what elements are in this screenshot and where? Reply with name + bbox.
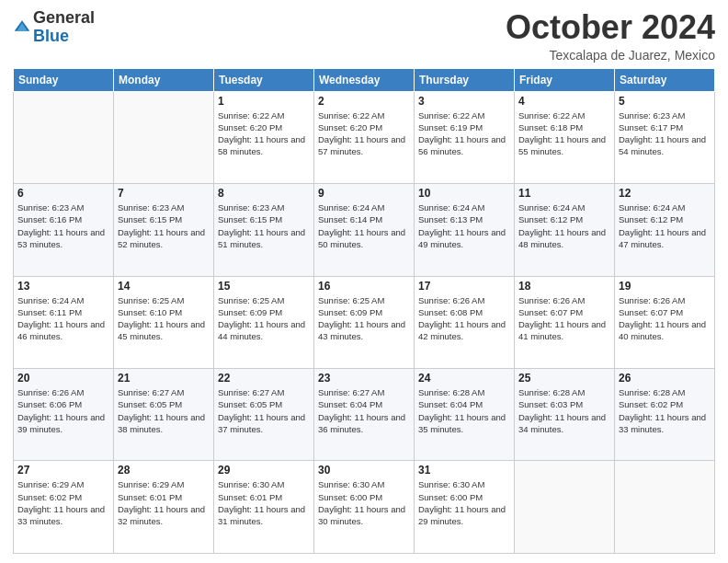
day-info: Sunrise: 6:23 AMSunset: 6:17 PMDaylight:… — [619, 109, 711, 158]
day-number: 22 — [218, 372, 310, 385]
calendar-header-row: SundayMondayTuesdayWednesdayThursdayFrid… — [14, 68, 715, 91]
calendar-cell: 4Sunrise: 6:22 AMSunset: 6:18 PMDaylight… — [515, 91, 615, 183]
weekday-header: Friday — [515, 68, 615, 91]
weekday-header: Monday — [114, 68, 214, 91]
day-number: 17 — [418, 280, 510, 293]
day-info: Sunrise: 6:22 AMSunset: 6:20 PMDaylight:… — [218, 109, 310, 158]
day-info: Sunrise: 6:22 AMSunset: 6:19 PMDaylight:… — [418, 109, 510, 158]
calendar-week-row: 1Sunrise: 6:22 AMSunset: 6:20 PMDaylight… — [14, 91, 715, 183]
calendar-cell: 15Sunrise: 6:25 AMSunset: 6:09 PMDayligh… — [214, 276, 314, 368]
day-info: Sunrise: 6:23 AMSunset: 6:15 PMDaylight:… — [218, 201, 310, 250]
day-number: 20 — [17, 372, 109, 385]
calendar-cell: 12Sunrise: 6:24 AMSunset: 6:12 PMDayligh… — [615, 184, 715, 276]
day-number: 25 — [518, 372, 610, 385]
calendar-cell: 22Sunrise: 6:27 AMSunset: 6:05 PMDayligh… — [214, 369, 314, 461]
day-info: Sunrise: 6:24 AMSunset: 6:11 PMDaylight:… — [17, 294, 109, 343]
calendar-cell — [114, 91, 214, 183]
calendar-cell: 28Sunrise: 6:29 AMSunset: 6:01 PMDayligh… — [114, 461, 214, 554]
location: Texcalapa de Juarez, Mexico — [506, 48, 715, 63]
calendar-cell: 2Sunrise: 6:22 AMSunset: 6:20 PMDaylight… — [314, 91, 415, 183]
calendar-cell: 7Sunrise: 6:23 AMSunset: 6:15 PMDaylight… — [114, 184, 214, 276]
day-number: 21 — [118, 372, 210, 385]
calendar-cell: 29Sunrise: 6:30 AMSunset: 6:01 PMDayligh… — [214, 461, 314, 554]
logo-blue: Blue — [33, 27, 69, 45]
calendar-cell: 24Sunrise: 6:28 AMSunset: 6:04 PMDayligh… — [415, 369, 515, 461]
day-info: Sunrise: 6:22 AMSunset: 6:18 PMDaylight:… — [518, 109, 610, 158]
day-info: Sunrise: 6:26 AMSunset: 6:06 PMDaylight:… — [17, 386, 109, 435]
day-info: Sunrise: 6:23 AMSunset: 6:15 PMDaylight:… — [118, 201, 210, 250]
day-info: Sunrise: 6:26 AMSunset: 6:07 PMDaylight:… — [518, 294, 610, 343]
page: General Blue October 2024 Texcalapa de J… — [0, 0, 728, 563]
calendar-cell: 30Sunrise: 6:30 AMSunset: 6:00 PMDayligh… — [314, 461, 415, 554]
day-number: 19 — [619, 280, 711, 293]
day-info: Sunrise: 6:27 AMSunset: 6:05 PMDaylight:… — [118, 386, 210, 435]
calendar-cell: 6Sunrise: 6:23 AMSunset: 6:16 PMDaylight… — [14, 184, 114, 276]
day-info: Sunrise: 6:23 AMSunset: 6:16 PMDaylight:… — [17, 201, 109, 250]
day-info: Sunrise: 6:27 AMSunset: 6:04 PMDaylight:… — [318, 386, 410, 435]
calendar-cell: 3Sunrise: 6:22 AMSunset: 6:19 PMDaylight… — [415, 91, 515, 183]
day-info: Sunrise: 6:24 AMSunset: 6:14 PMDaylight:… — [318, 201, 410, 250]
day-number: 23 — [318, 372, 410, 385]
day-number: 18 — [518, 280, 610, 293]
logo-text: General Blue — [33, 9, 95, 46]
day-info: Sunrise: 6:30 AMSunset: 6:00 PMDaylight:… — [418, 478, 510, 527]
month-title: October 2024 — [506, 9, 715, 46]
day-number: 29 — [218, 464, 310, 477]
day-number: 9 — [318, 187, 410, 200]
calendar-cell: 26Sunrise: 6:28 AMSunset: 6:02 PMDayligh… — [615, 369, 715, 461]
weekday-header: Wednesday — [314, 68, 415, 91]
calendar-cell: 21Sunrise: 6:27 AMSunset: 6:05 PMDayligh… — [114, 369, 214, 461]
calendar-cell: 9Sunrise: 6:24 AMSunset: 6:14 PMDaylight… — [314, 184, 415, 276]
calendar-week-row: 6Sunrise: 6:23 AMSunset: 6:16 PMDaylight… — [14, 184, 715, 276]
weekday-header: Sunday — [14, 68, 114, 91]
day-number: 13 — [17, 280, 109, 293]
day-number: 11 — [518, 187, 610, 200]
calendar-table: SundayMondayTuesdayWednesdayThursdayFrid… — [13, 68, 715, 554]
calendar-cell: 13Sunrise: 6:24 AMSunset: 6:11 PMDayligh… — [14, 276, 114, 368]
logo: General Blue — [13, 9, 95, 46]
day-number: 31 — [418, 464, 510, 477]
day-number: 6 — [17, 187, 109, 200]
day-number: 10 — [418, 187, 510, 200]
calendar-cell: 17Sunrise: 6:26 AMSunset: 6:08 PMDayligh… — [415, 276, 515, 368]
day-number: 8 — [218, 187, 310, 200]
weekday-header: Thursday — [415, 68, 515, 91]
calendar-cell: 1Sunrise: 6:22 AMSunset: 6:20 PMDaylight… — [214, 91, 314, 183]
day-number: 5 — [619, 95, 711, 108]
day-info: Sunrise: 6:30 AMSunset: 6:00 PMDaylight:… — [318, 478, 410, 527]
calendar-cell: 20Sunrise: 6:26 AMSunset: 6:06 PMDayligh… — [14, 369, 114, 461]
day-info: Sunrise: 6:24 AMSunset: 6:12 PMDaylight:… — [619, 201, 711, 250]
day-number: 3 — [418, 95, 510, 108]
calendar-cell: 31Sunrise: 6:30 AMSunset: 6:00 PMDayligh… — [415, 461, 515, 554]
day-number: 16 — [318, 280, 410, 293]
calendar-cell: 11Sunrise: 6:24 AMSunset: 6:12 PMDayligh… — [515, 184, 615, 276]
weekday-header: Saturday — [615, 68, 715, 91]
day-info: Sunrise: 6:25 AMSunset: 6:09 PMDaylight:… — [318, 294, 410, 343]
calendar-cell: 8Sunrise: 6:23 AMSunset: 6:15 PMDaylight… — [214, 184, 314, 276]
calendar-cell: 23Sunrise: 6:27 AMSunset: 6:04 PMDayligh… — [314, 369, 415, 461]
day-info: Sunrise: 6:24 AMSunset: 6:13 PMDaylight:… — [418, 201, 510, 250]
calendar-cell — [615, 461, 715, 554]
day-number: 28 — [118, 464, 210, 477]
day-number: 14 — [118, 280, 210, 293]
day-info: Sunrise: 6:28 AMSunset: 6:04 PMDaylight:… — [418, 386, 510, 435]
calendar-week-row: 27Sunrise: 6:29 AMSunset: 6:02 PMDayligh… — [14, 461, 715, 554]
day-number: 1 — [218, 95, 310, 108]
day-info: Sunrise: 6:22 AMSunset: 6:20 PMDaylight:… — [318, 109, 410, 158]
day-number: 26 — [619, 372, 711, 385]
day-info: Sunrise: 6:26 AMSunset: 6:08 PMDaylight:… — [418, 294, 510, 343]
logo-general: General — [33, 8, 95, 27]
day-number: 4 — [518, 95, 610, 108]
day-number: 12 — [619, 187, 711, 200]
weekday-header: Tuesday — [214, 68, 314, 91]
title-block: October 2024 Texcalapa de Juarez, Mexico — [506, 9, 715, 63]
day-number: 2 — [318, 95, 410, 108]
day-info: Sunrise: 6:28 AMSunset: 6:03 PMDaylight:… — [518, 386, 610, 435]
day-info: Sunrise: 6:27 AMSunset: 6:05 PMDaylight:… — [218, 386, 310, 435]
day-info: Sunrise: 6:28 AMSunset: 6:02 PMDaylight:… — [619, 386, 711, 435]
day-number: 15 — [218, 280, 310, 293]
day-info: Sunrise: 6:25 AMSunset: 6:10 PMDaylight:… — [118, 294, 210, 343]
day-info: Sunrise: 6:24 AMSunset: 6:12 PMDaylight:… — [518, 201, 610, 250]
day-info: Sunrise: 6:29 AMSunset: 6:02 PMDaylight:… — [17, 478, 109, 527]
header: General Blue October 2024 Texcalapa de J… — [13, 9, 715, 63]
